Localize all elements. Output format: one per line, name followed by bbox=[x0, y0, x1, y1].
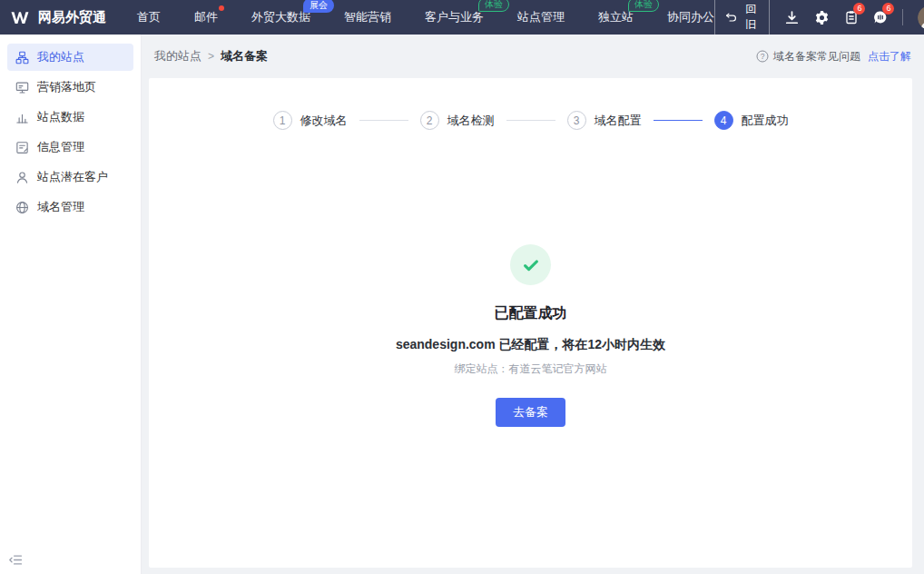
breadcrumb-current: 域名备案 bbox=[221, 48, 268, 64]
gear-icon[interactable] bbox=[814, 9, 830, 25]
collapse-sidebar-icon[interactable] bbox=[8, 554, 23, 566]
user-avatar[interactable] bbox=[918, 5, 924, 30]
monitor-icon bbox=[15, 81, 29, 94]
breadcrumb-parent[interactable]: 我的站点 bbox=[154, 48, 202, 64]
sidebar-item-label: 站点数据 bbox=[37, 109, 84, 125]
nav-item-collaboration[interactable]: 协同办公 bbox=[667, 9, 714, 25]
nav-item-independent-site[interactable]: 独立站体验 bbox=[598, 9, 634, 25]
result-binding-site: 绑定站点：有道云笔记官方网站 bbox=[149, 361, 912, 377]
trial-badge: 体验 bbox=[628, 0, 659, 12]
step-number: 1 bbox=[273, 111, 292, 130]
help-link[interactable]: 点击了解 bbox=[868, 49, 911, 64]
brand-name: 网易外贸通 bbox=[38, 9, 106, 26]
sidebar-item-label: 域名管理 bbox=[37, 199, 84, 215]
person-icon bbox=[15, 171, 29, 184]
step-label: 域名配置 bbox=[595, 113, 642, 129]
nav-item-smart-marketing[interactable]: 智能营销 bbox=[344, 9, 391, 25]
nav-item-customers-business[interactable]: 客户与业务体验 bbox=[425, 9, 484, 25]
step-number: 3 bbox=[567, 111, 586, 130]
result-title: 已配置成功 bbox=[149, 304, 912, 323]
domain-record-card: 1 修改域名 2 域名检测 3 域名配置 4 配置成功 bbox=[149, 78, 912, 568]
question-circle-icon: ? bbox=[756, 50, 769, 63]
download-icon[interactable] bbox=[784, 9, 800, 25]
breadcrumb: 我的站点 > 域名备案 ? 域名备案常见问题 点击了解 bbox=[142, 35, 924, 78]
netease-logo-mark bbox=[11, 11, 32, 25]
expo-badge: 展会 bbox=[303, 0, 334, 13]
step-label: 修改域名 bbox=[300, 113, 348, 129]
nav-item-site-management[interactable]: 站点管理 bbox=[517, 9, 565, 25]
main-content: 我的站点 > 域名备案 ? 域名备案常见问题 点击了解 1 修改域名 2 bbox=[142, 35, 924, 574]
step-label: 配置成功 bbox=[742, 113, 789, 129]
sidebar: 我的站点 营销落地页 站点数据 信息管理 站点潜在客户 bbox=[0, 35, 142, 574]
step-connector-active bbox=[654, 120, 703, 121]
go-to-record-button[interactable]: 去备案 bbox=[496, 398, 565, 427]
success-result: 已配置成功 seandesign.com 已经配置，将在12小时内生效 绑定站点… bbox=[149, 244, 912, 427]
sidebar-item-potential-customers[interactable]: 站点潜在客户 bbox=[7, 163, 133, 191]
page-body: 我的站点 营销落地页 站点数据 信息管理 站点潜在客户 bbox=[0, 35, 924, 574]
step-3-domain-config: 3 域名配置 bbox=[567, 111, 642, 130]
sidebar-item-label: 营销落地页 bbox=[37, 79, 96, 95]
top-navbar: 网易外贸通 首页 邮件 外贸大数据展会 智能营销 客户与业务体验 站点管理 独立… bbox=[0, 0, 924, 35]
step-connector bbox=[359, 120, 408, 121]
help-text: 域名备案常见问题 bbox=[773, 49, 860, 64]
clipboard-icon[interactable]: 6 bbox=[844, 9, 859, 25]
breadcrumb-separator: > bbox=[208, 50, 214, 63]
bar-chart-icon bbox=[15, 111, 29, 124]
check-icon bbox=[521, 255, 541, 275]
sidebar-item-my-sites[interactable]: 我的站点 bbox=[7, 44, 133, 71]
sidebar-item-label: 我的站点 bbox=[37, 49, 84, 65]
nav-item-trade-bigdata[interactable]: 外贸大数据展会 bbox=[251, 9, 310, 25]
nav-item-home[interactable]: 首页 bbox=[137, 9, 161, 25]
tasks-count-badge: 6 bbox=[853, 3, 865, 15]
step-number: 2 bbox=[420, 111, 439, 130]
messages-count-badge: 6 bbox=[882, 3, 894, 15]
brand: 网易外贸通 bbox=[11, 9, 106, 26]
trial-badge: 体验 bbox=[478, 0, 509, 12]
success-circle bbox=[510, 244, 551, 285]
help-area: ? 域名备案常见问题 点击了解 bbox=[756, 49, 911, 64]
sidebar-item-info-management[interactable]: 信息管理 bbox=[7, 134, 133, 161]
sidebar-item-site-data[interactable]: 站点数据 bbox=[7, 104, 133, 131]
globe-icon bbox=[15, 201, 29, 214]
svg-text:?: ? bbox=[761, 52, 765, 61]
divider bbox=[902, 9, 903, 25]
step-number: 4 bbox=[714, 111, 733, 130]
stepper: 1 修改域名 2 域名检测 3 域名配置 4 配置成功 bbox=[149, 111, 912, 130]
step-4-config-success: 4 配置成功 bbox=[714, 111, 789, 130]
step-connector bbox=[506, 120, 555, 121]
step-2-domain-check: 2 域名检测 bbox=[420, 111, 495, 130]
document-icon bbox=[15, 141, 29, 154]
sitemap-icon bbox=[15, 51, 29, 64]
red-dot bbox=[219, 5, 224, 11]
step-1-modify-domain: 1 修改域名 bbox=[273, 111, 348, 130]
step-label: 域名检测 bbox=[447, 113, 495, 129]
sidebar-item-domain-management[interactable]: 域名管理 bbox=[7, 193, 133, 221]
main-nav: 首页 邮件 外贸大数据展会 智能营销 客户与业务体验 站点管理 独立站体验 协同… bbox=[137, 9, 714, 25]
nav-item-mail[interactable]: 邮件 bbox=[194, 9, 218, 25]
sidebar-item-label: 站点潜在客户 bbox=[37, 169, 108, 185]
result-message: seandesign.com 已经配置，将在12小时内生效 bbox=[149, 337, 912, 353]
chat-icon[interactable]: 6 bbox=[873, 9, 888, 25]
swap-arrows-icon bbox=[725, 13, 737, 23]
sidebar-item-label: 信息管理 bbox=[37, 139, 84, 155]
sidebar-item-landing-pages[interactable]: 营销落地页 bbox=[7, 74, 133, 101]
